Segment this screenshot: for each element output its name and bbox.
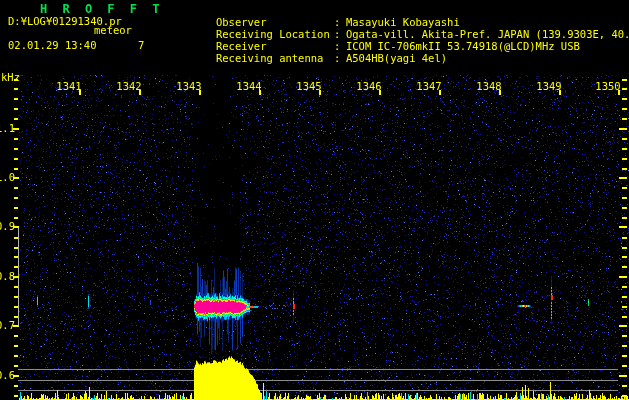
x-tick-label: 1343 [174, 81, 204, 92]
x-tick-label: 1350 [593, 81, 623, 92]
info-separator: : [334, 40, 346, 52]
x-tick-label: 1346 [354, 81, 384, 92]
y-tick-label: 0.6 [0, 370, 13, 381]
x-tick-label: 1348 [474, 81, 504, 92]
app-title: H R O F F T [40, 3, 163, 15]
date-time-label: 02.01.29 13:40 [8, 40, 97, 51]
y-axis-unit-label: kHz [1, 72, 20, 83]
x-tick-label: 1344 [234, 81, 264, 92]
hrofft-window: H R O F F T D:¥LOG¥01291340.pr meteor 02… [0, 0, 629, 400]
info-label: Receiving Location [216, 28, 334, 40]
meteor-mode-label: meteor [94, 25, 132, 36]
station-info: Observer:Masayuki Kobayashi Receiving Lo… [178, 4, 629, 52]
info-label: Observer [216, 16, 334, 28]
x-tick-label: 1341 [54, 81, 84, 92]
info-label: Receiver [216, 40, 334, 52]
x-tick-label: 1345 [294, 81, 324, 92]
y-tick-label: 1.1 [0, 123, 13, 134]
y-tick-label: 0.7 [0, 320, 13, 331]
info-row-observer: Observer:Masayuki Kobayashi [178, 4, 629, 16]
info-separator: : [334, 52, 346, 64]
info-value: Ogata-vill. Akita-Pref. JAPAN (139.9303E… [346, 28, 629, 40]
info-value: ICOM IC-706mkII 53.74918(@LCD)MHz USB [346, 40, 580, 52]
x-tick-label: 1349 [534, 81, 564, 92]
info-separator: : [334, 16, 346, 28]
x-tick-label: 1347 [414, 81, 444, 92]
y-tick-label: 1.0 [0, 172, 13, 183]
y-tick-label: 0.9 [0, 221, 13, 232]
y-tick-label: 0.8 [0, 271, 13, 282]
info-separator: : [334, 28, 346, 40]
info-value: Masayuki Kobayashi [346, 16, 460, 28]
info-value: A504HB(yagi 4el) [346, 52, 447, 64]
echo-count: 7 [138, 40, 144, 51]
info-label: Receiving antenna [216, 52, 334, 64]
x-tick-label: 1342 [114, 81, 144, 92]
